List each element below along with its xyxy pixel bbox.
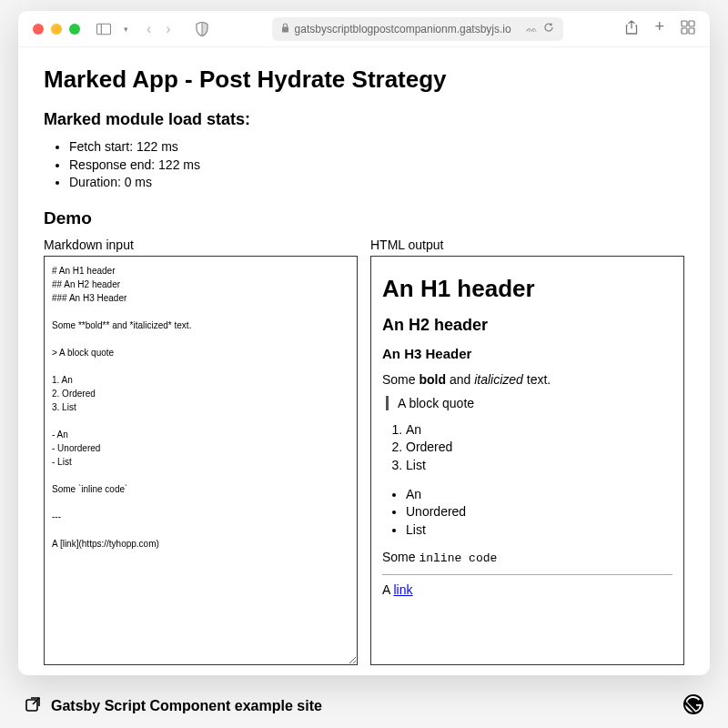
list-item: Unordered xyxy=(406,503,672,521)
svg-rect-5 xyxy=(682,28,687,34)
title-bar: ▾ ‹ › gatsbyscriptblogpostcompanionm.gat… xyxy=(18,11,710,47)
svg-rect-3 xyxy=(682,21,687,26)
reader-icon[interactable]: ᨐ xyxy=(526,23,538,35)
stat-duration: Duration: 0 ms xyxy=(69,174,684,192)
svg-rect-4 xyxy=(689,21,694,26)
sidebar-icon[interactable] xyxy=(96,22,111,36)
url-bar[interactable]: gatsbyscriptblogpostcompanionm.gatsbyjs.… xyxy=(272,17,563,41)
output-h3: An H3 Header xyxy=(382,346,672,361)
page-content: Marked App - Post Hydrate Strategy Marke… xyxy=(18,47,710,675)
browser-window: ▾ ‹ › gatsbyscriptblogpostcompanionm.gat… xyxy=(18,11,710,675)
output-blockquote: A block quote xyxy=(386,396,672,410)
svg-rect-6 xyxy=(689,28,694,34)
back-button[interactable]: ‹ xyxy=(147,21,151,37)
traffic-lights xyxy=(33,24,80,35)
list-item: Ordered xyxy=(406,439,672,457)
footer-caption: Gatsby Script Component example site xyxy=(51,698,322,714)
output-inline-code: inline code xyxy=(419,551,497,565)
html-output: An H1 header An H2 header An H3 Header S… xyxy=(370,256,684,665)
demo-heading: Demo xyxy=(44,208,684,228)
output-hr xyxy=(382,574,672,575)
stat-fetch-start: Fetch start: 122 ms xyxy=(69,138,684,157)
minimize-window-button[interactable] xyxy=(51,24,62,35)
url-text: gatsbyscriptblogpostcompanionm.gatsbyjs.… xyxy=(295,23,511,35)
lock-icon xyxy=(281,23,289,35)
output-column: HTML output An H1 header An H2 header An… xyxy=(370,238,684,669)
forward-button[interactable]: › xyxy=(166,21,170,37)
shield-icon[interactable] xyxy=(195,22,209,36)
gatsby-logo-icon xyxy=(682,693,704,719)
output-code-paragraph: Some inline code xyxy=(382,550,672,565)
page-title: Marked App - Post Hydrate Strategy xyxy=(44,66,684,94)
svg-rect-2 xyxy=(282,27,288,33)
output-ordered-list: An Ordered List xyxy=(406,421,672,475)
markdown-input-label: Markdown input xyxy=(44,238,358,252)
list-item: An xyxy=(406,421,672,440)
footer-bar: Gatsby Script Component example site xyxy=(0,684,728,728)
output-h2: An H2 header xyxy=(382,316,672,335)
output-unordered-list: An Unordered List xyxy=(406,486,672,540)
output-link[interactable]: link xyxy=(393,582,412,597)
stats-heading: Marked module load stats: xyxy=(44,110,684,129)
list-item: List xyxy=(406,457,672,475)
list-item: List xyxy=(406,521,672,540)
open-external-icon[interactable] xyxy=(24,695,42,717)
output-bold: bold xyxy=(419,372,446,387)
stat-response-end: Response end: 122 ms xyxy=(69,157,684,175)
output-paragraph: Some bold and italicized text. xyxy=(382,372,672,387)
markdown-input[interactable] xyxy=(44,256,358,665)
reload-icon[interactable] xyxy=(543,22,554,35)
share-icon[interactable] xyxy=(625,20,638,38)
stats-list: Fetch start: 122 ms Response end: 122 ms… xyxy=(69,138,684,192)
output-link-paragraph: A link xyxy=(382,582,672,597)
tabs-icon[interactable] xyxy=(681,20,695,38)
list-item: An xyxy=(406,486,672,504)
maximize-window-button[interactable] xyxy=(69,24,80,35)
output-italic: italicized xyxy=(474,372,523,387)
svg-rect-0 xyxy=(96,24,110,35)
close-window-button[interactable] xyxy=(33,24,44,35)
new-tab-icon[interactable]: + xyxy=(654,20,664,38)
chevron-down-icon[interactable]: ▾ xyxy=(124,25,128,34)
markdown-column: Markdown input xyxy=(44,238,358,669)
output-h1: An H1 header xyxy=(382,275,672,303)
html-output-label: HTML output xyxy=(370,238,684,252)
